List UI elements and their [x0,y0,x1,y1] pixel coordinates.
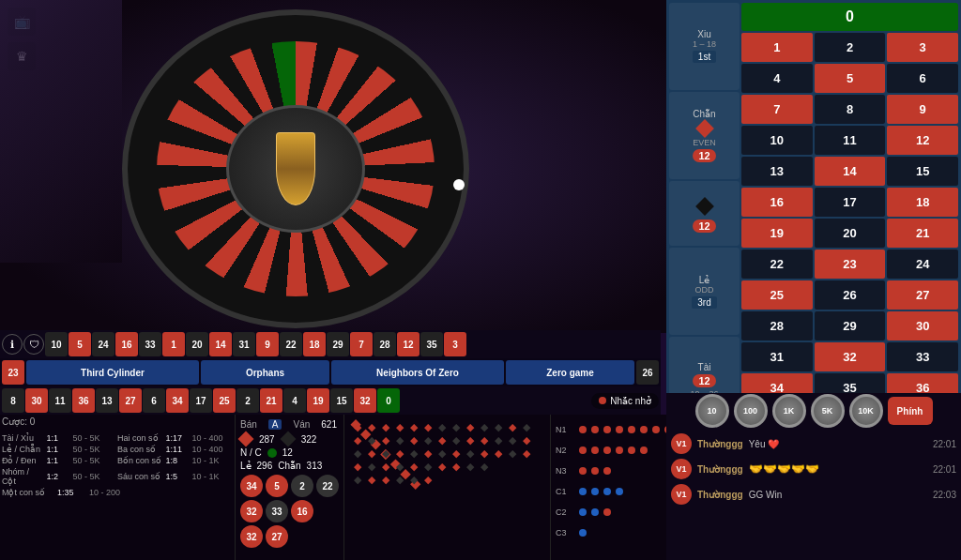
section-orphans[interactable]: Orphans [201,360,329,385]
bet-cell-11[interactable]: 11 [815,126,886,155]
bet-number-2[interactable]: 2 [236,388,259,413]
dealer-area [0,0,122,263]
bet-cell-24[interactable]: 24 [887,250,958,279]
bet-cell-4[interactable]: 4 [741,64,813,93]
couoc-label: Cược: 0 [2,416,35,427]
chan-label: Chẵn [693,109,715,119]
bet-cell-1[interactable]: 1 [741,33,813,62]
bet-number-8[interactable]: 8 [2,388,24,413]
bet-number-5[interactable]: 5 [69,332,91,356]
chip-5k[interactable]: 5K [811,394,845,428]
bet-cell-25[interactable]: 25 [741,280,813,310]
bet-cell-29[interactable]: 29 [815,311,886,341]
bet-number-6[interactable]: 6 [143,388,165,413]
bet-number-24[interactable]: 24 [92,332,114,356]
svg-text:◆: ◆ [438,447,447,459]
bet-number-13[interactable]: 13 [96,388,118,413]
roulette-wheel-container [122,9,469,328]
bet-number-23-left[interactable]: 23 [2,360,24,385]
bet-number-34[interactable]: 34 [166,388,189,413]
nhac-nho-button[interactable]: Nhắc nhở [591,393,659,409]
chip-1k[interactable]: 1K [772,394,806,428]
bet-cell-16[interactable]: 16 [741,188,813,217]
shield-icon[interactable]: 🛡 [23,334,44,355]
side-chan[interactable]: Chẵn EVEN 12 [669,92,740,179]
bet-cell-12[interactable]: 12 [887,126,958,155]
bet-cell-26[interactable]: 26 [815,280,886,310]
bet-number-20[interactable]: 20 [186,332,208,356]
bet-number-14[interactable]: 14 [209,332,232,356]
xiu-label: Xiu [697,29,710,39]
side-xiu[interactable]: Xiu 1 – 18 1st [669,3,740,90]
bet-cell-31[interactable]: 31 [741,342,813,371]
bet-cell-33[interactable]: 33 [887,342,958,371]
chip-phinh-button[interactable]: Phính [888,397,933,425]
odds-ratio-bon-con: 1:8 [166,456,189,465]
bet-number-19[interactable]: 19 [307,388,329,413]
bet-number-0[interactable]: 0 [377,388,400,413]
bet-cell-18[interactable]: 18 [887,188,958,217]
side-black-diamond[interactable]: 12 [669,181,740,247]
recent-num-32b: 32 [240,525,263,548]
chip-100[interactable]: 100 [734,394,768,428]
bet-number-10[interactable]: 10 [45,332,68,356]
bet-cell-22[interactable]: 22 [741,250,813,279]
bet-number-9[interactable]: 9 [256,332,279,356]
chat-panel: V1 Thường​gg Yêu ❤️ 22:01 V1 Thường​gg 🤝… [666,429,961,560]
bet-cell-15[interactable]: 15 [887,157,958,186]
bet-number-18[interactable]: 18 [303,332,326,356]
chip-10[interactable]: 10 [695,394,729,428]
side-le[interactable]: Lẻ ODD 3rd [669,248,740,335]
bet-number-3[interactable]: 3 [444,332,466,356]
chat-msg-1: 🤝🤝🤝🤝🤝 [749,462,819,476]
bet-cell-3[interactable]: 3 [887,33,958,62]
bet-number-33[interactable]: 33 [139,332,161,356]
section-third-cylinder[interactable]: Third Cylinder [26,360,199,385]
bet-number-1[interactable]: 1 [162,332,185,356]
bet-number-35[interactable]: 35 [420,332,443,356]
bet-number-27[interactable]: 27 [119,388,142,413]
bet-number-21[interactable]: 21 [260,388,282,413]
bet-number-32[interactable]: 32 [354,388,376,413]
bet-number-7[interactable]: 7 [350,332,373,356]
bet-number-36[interactable]: 36 [72,388,95,413]
bet-number-26[interactable]: 26 [636,360,659,385]
bet-cell-8[interactable]: 8 [815,95,886,124]
chip-10k[interactable]: 10K [849,394,883,428]
bet-zero[interactable]: 0 [741,3,958,31]
bet-cell-14[interactable]: 14 [815,157,886,186]
bet-number-12[interactable]: 12 [397,332,419,356]
bet-number-31[interactable]: 31 [233,332,255,356]
bet-cell-6[interactable]: 6 [887,64,958,93]
section-neighbors-of-zero[interactable]: Neighbors Of Zero [331,360,504,385]
bet-cell-5[interactable]: 5 [815,64,886,93]
bet-cell-20[interactable]: 20 [815,219,886,248]
bet-cell-21[interactable]: 21 [887,219,958,248]
bet-cell-28[interactable]: 28 [741,311,813,341]
bet-cell-23[interactable]: 23 [815,250,886,279]
bet-cell-27[interactable]: 27 [887,280,958,310]
bet-number-29[interactable]: 29 [327,332,349,356]
bet-cell-32[interactable]: 32 [815,342,886,371]
bet-number-4[interactable]: 4 [283,388,306,413]
section-zero-game[interactable]: Zero game [506,360,634,385]
bet-cell-17[interactable]: 17 [815,188,886,217]
odds-label-ba-con: Ba con số [117,445,162,454]
bet-cell-9[interactable]: 9 [887,95,958,124]
bet-number-30[interactable]: 30 [25,388,48,413]
bet-cell-13[interactable]: 13 [741,157,813,186]
bet-number-28[interactable]: 28 [374,332,396,356]
bet-cell-30[interactable]: 30 [887,311,958,341]
bet-cell-7[interactable]: 7 [741,95,813,124]
bet-number-16[interactable]: 16 [115,332,138,356]
info-icon[interactable]: ℹ [2,334,23,355]
bet-cell-19[interactable]: 19 [741,219,813,248]
bet-cell-2[interactable]: 2 [815,33,886,62]
bet-number-11[interactable]: 11 [49,388,71,413]
bet-number-15[interactable]: 15 [330,388,353,413]
bet-number-17[interactable]: 17 [190,388,212,413]
stats-le-value: 296 [257,461,273,471]
bet-number-25[interactable]: 25 [213,388,236,413]
bet-cell-10[interactable]: 10 [741,126,813,155]
bet-number-22[interactable]: 22 [280,332,302,356]
